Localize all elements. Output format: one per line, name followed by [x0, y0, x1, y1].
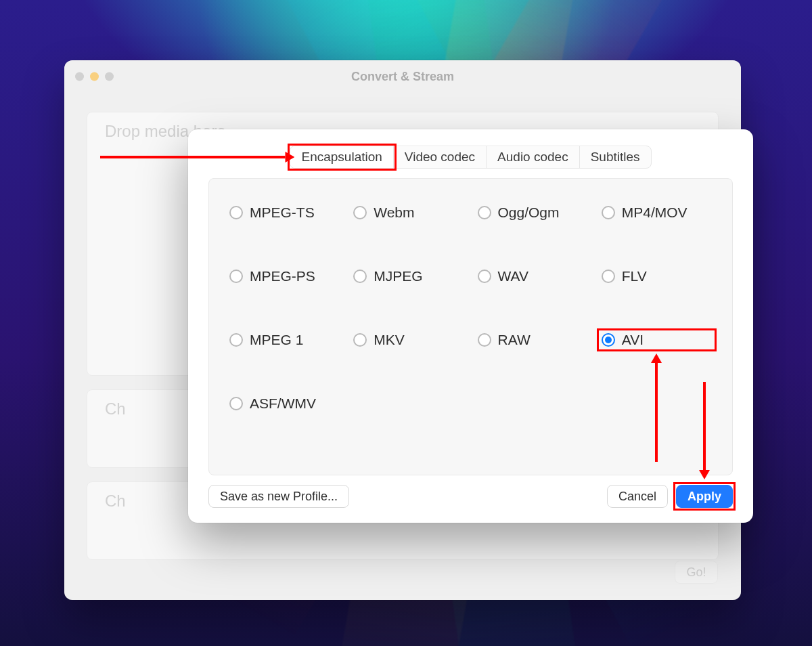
radio-label: ASF/WMV: [250, 395, 316, 412]
zoom-icon[interactable]: [105, 72, 114, 81]
destination-label: Ch: [105, 492, 126, 511]
radio-label: MPEG-PS: [250, 268, 315, 284]
radio-label: Ogg/Ogm: [498, 204, 560, 221]
radio-label: MP4/MOV: [622, 204, 687, 221]
radio-mkv[interactable]: MKV: [351, 330, 466, 349]
radio-icon: [353, 270, 367, 283]
radio-icon: [353, 333, 367, 347]
radio-wav[interactable]: WAV: [475, 267, 591, 286]
radio-mpeg-ts[interactable]: MPEG-TS: [227, 203, 342, 222]
radio-mpeg-1[interactable]: MPEG 1: [227, 330, 342, 349]
tab-video-codec[interactable]: Video codec: [394, 146, 487, 168]
radio-icon: [478, 270, 491, 283]
radio-label: MKV: [374, 332, 405, 348]
window-title: Convert & Stream: [351, 70, 454, 84]
radio-label: FLV: [622, 268, 647, 284]
radio-ogg-ogm[interactable]: Ogg/Ogm: [475, 203, 591, 222]
close-icon[interactable]: [75, 72, 84, 81]
go-button[interactable]: Go!: [675, 561, 718, 584]
radio-label: MPEG 1: [250, 332, 303, 348]
radio-avi[interactable]: AVI: [599, 330, 715, 349]
encapsulation-options: MPEG-TSWebmOgg/OgmMP4/MOVMPEG-PSMJPEGWAV…: [227, 203, 715, 413]
radio-icon: [229, 333, 243, 347]
radio-icon: [229, 270, 243, 283]
radio-label: WAV: [498, 268, 529, 284]
radio-label: Webm: [374, 204, 414, 221]
cancel-button[interactable]: Cancel: [607, 485, 668, 508]
radio-icon: [602, 333, 615, 347]
radio-flv[interactable]: FLV: [599, 267, 715, 286]
radio-icon: [229, 206, 243, 219]
radio-mpeg-ps[interactable]: MPEG-PS: [227, 267, 342, 286]
minimize-icon[interactable]: [90, 72, 99, 81]
window-controls: [75, 72, 114, 81]
tab-audio-codec[interactable]: Audio codec: [487, 146, 580, 168]
radio-label: RAW: [498, 332, 531, 348]
titlebar: Convert & Stream: [64, 60, 741, 93]
radio-icon: [478, 206, 491, 219]
radio-mjpeg[interactable]: MJPEG: [351, 267, 466, 286]
encoding-tabs: EncapsulationVideo codecAudio codecSubti…: [290, 146, 651, 169]
radio-label: MPEG-TS: [250, 204, 315, 221]
apply-button[interactable]: Apply: [676, 485, 733, 508]
profile-editor-modal: EncapsulationVideo codecAudio codecSubti…: [188, 129, 753, 523]
radio-label: AVI: [622, 332, 644, 348]
radio-webm[interactable]: Webm: [351, 203, 466, 222]
encapsulation-pane: MPEG-TSWebmOgg/OgmMP4/MOVMPEG-PSMJPEGWAV…: [208, 178, 733, 475]
profile-label: Ch: [105, 400, 126, 418]
radio-icon: [353, 206, 367, 219]
radio-icon: [602, 270, 615, 283]
radio-icon: [478, 333, 491, 347]
save-profile-button[interactable]: Save as new Profile...: [208, 485, 349, 508]
tab-encapsulation[interactable]: Encapsulation: [290, 146, 393, 168]
radio-raw[interactable]: RAW: [475, 330, 591, 349]
radio-icon: [229, 397, 243, 410]
tab-subtitles[interactable]: Subtitles: [580, 146, 651, 168]
radio-icon: [602, 206, 615, 219]
radio-mp4-mov[interactable]: MP4/MOV: [599, 203, 715, 222]
radio-asf-wmv[interactable]: ASF/WMV: [227, 394, 342, 413]
radio-label: MJPEG: [374, 268, 422, 284]
modal-footer: Save as new Profile... Cancel Apply: [208, 485, 733, 508]
